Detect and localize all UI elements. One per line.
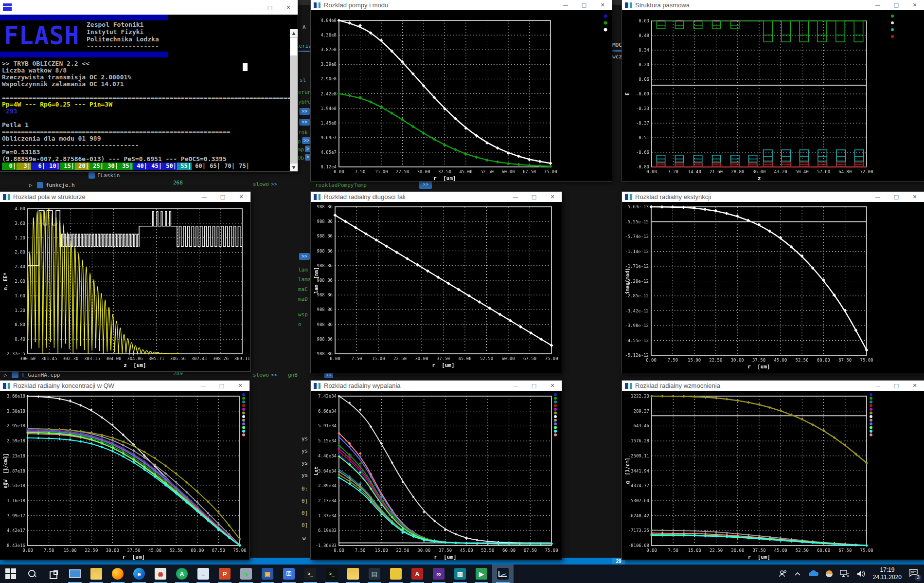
maximize-button[interactable]: □ — [525, 381, 543, 391]
scroll-up-arrow[interactable]: ▲ — [290, 29, 298, 37]
taskbar-icon-android-studio[interactable]: A — [171, 565, 193, 583]
scroll-down-arrow[interactable]: ▼ — [290, 164, 298, 171]
console-scrollbar[interactable]: ▲ ▼ — [290, 29, 298, 171]
close-button[interactable]: ✕ — [906, 192, 924, 202]
close-button[interactable]: ✕ — [593, 0, 612, 10]
taskbar-icon-yellow-app[interactable] — [385, 565, 407, 583]
minimize-button[interactable]: — — [869, 0, 887, 10]
minimize-button[interactable]: — — [194, 381, 213, 391]
pump-mode-window[interactable]: Rozklad pompy i modu—□✕ — [311, 0, 612, 181]
taskbar-icon-powerpoint[interactable]: P — [214, 565, 235, 583]
wavelength-window[interactable]: Rozklad radialny dlugosci fali—□✕ — [311, 192, 562, 373]
window-icon — [625, 383, 632, 389]
close-button[interactable]: ✕ — [906, 0, 924, 10]
taskbar-icon-flash-gui[interactable] — [492, 565, 514, 583]
taskbar-icon-acrobat[interactable]: A — [407, 565, 428, 583]
window-title-bar[interactable]: Rozklad pola w strukturze—□✕ — [0, 192, 250, 202]
taskbar-icon-notepad[interactable]: ≡ — [193, 565, 214, 583]
maximize-button[interactable]: □ — [525, 192, 543, 202]
taskbar-icon-folder[interactable] — [342, 565, 364, 583]
taskbar-icon-chart-app[interactable]: ▥ — [449, 565, 471, 583]
maximize-button[interactable]: □ — [261, 0, 279, 15]
field-structure-window[interactable]: Rozklad pola w strukturze—□✕ — [0, 192, 250, 371]
taskbar-icon-search[interactable] — [21, 565, 43, 583]
progress-segment: 25| — [89, 163, 104, 170]
editor-chip: >> — [419, 181, 432, 189]
maximize-button[interactable]: □ — [887, 192, 906, 202]
window-title-bar[interactable]: Rozklad radialny koncentracji w QW—□✕ — [0, 381, 249, 391]
taskbar-icon-terminal[interactable]: >_ — [300, 565, 321, 583]
editor-text-fragment: sl — [300, 77, 306, 83]
taskbar-icon-resource-monitor[interactable]: ∿ — [235, 565, 257, 583]
chart-canvas-wzmocnienia — [622, 391, 924, 560]
hole-burning-window[interactable]: Rozklad radialny wypalania—□✕ — [311, 381, 562, 560]
editor-text-fragment: 268 — [173, 180, 183, 186]
notification-icon[interactable]: 3 — [908, 568, 918, 579]
window-title: Rozklad radialny wypalania — [324, 382, 401, 389]
minimize-button[interactable]: — — [506, 381, 525, 391]
window-title-bar[interactable]: Rozklad radialny wzmocnienia—□✕ — [622, 381, 924, 391]
window-title-bar[interactable]: Rozklad radialny dlugosci fali—□✕ — [311, 192, 562, 202]
minimize-button[interactable]: — — [242, 0, 261, 15]
window-icon — [3, 383, 10, 389]
close-button[interactable]: ✕ — [906, 381, 924, 391]
console-banner: FLASH Zespol Fotoniki Instytut Fizyki Po… — [0, 15, 168, 57]
gain-window[interactable]: Rozklad radialny wzmocnienia—□✕ — [622, 381, 924, 560]
minimize-button[interactable]: — — [869, 381, 887, 391]
taskbar-icon-start[interactable] — [0, 565, 21, 583]
minimize-button[interactable]: — — [506, 192, 525, 202]
taskbar-icon-green-app[interactable]: ▶ — [471, 565, 492, 583]
tray-icon-weather[interactable] — [825, 570, 833, 578]
tray-icon-display-net[interactable] — [840, 570, 850, 578]
maximize-button[interactable]: □ — [213, 381, 231, 391]
close-button[interactable]: ✕ — [279, 0, 298, 15]
close-button[interactable]: ✕ — [232, 192, 250, 202]
close-button[interactable]: ✕ — [543, 381, 562, 391]
minimize-button[interactable]: — — [869, 192, 887, 202]
taskbar-icon-visual-studio[interactable]: ∞ — [428, 565, 449, 583]
close-button[interactable]: ✕ — [543, 192, 562, 202]
flash-console-window[interactable]: — □ ✕ FLASH Zespol Fotoniki Instytut Fiz… — [0, 0, 298, 171]
maximize-button[interactable]: □ — [887, 0, 906, 10]
tray-icon-people[interactable] — [779, 570, 787, 578]
progress-segment: 50| — [162, 163, 177, 170]
maximize-button[interactable]: □ — [887, 381, 906, 391]
taskbar-icon-codeblocks[interactable]: ▤ — [364, 565, 385, 583]
tray-icon-speaker[interactable] — [856, 570, 866, 578]
console-output: >> TRYB OBLICZEN 2.2 <<Liczba watkow 8/8… — [2, 60, 288, 163]
window-title-bar[interactable]: Rozklad pompy i modu—□✕ — [311, 0, 612, 10]
console-window-icon — [3, 3, 12, 11]
taskbar-clock[interactable]: 17:1924.11.2020 — [873, 566, 902, 581]
extinction-window[interactable]: Rozklad radialny ekstynkcji—□✕ — [622, 192, 924, 373]
maximize-button[interactable]: □ — [575, 0, 593, 10]
taskbar-icon-edge[interactable]: e — [128, 565, 150, 583]
editor-text-fragment: ybPo — [298, 99, 311, 105]
window-title-bar[interactable]: Rozklad radialny ekstynkcji—□✕ — [622, 192, 924, 202]
editor-text-fragment: lam — [298, 267, 308, 273]
banner-bar-top — [0, 15, 168, 20]
maximize-button[interactable]: □ — [213, 192, 232, 202]
tray-icon-chevron-up[interactable] — [794, 571, 801, 576]
console-title-bar[interactable]: — □ ✕ — [0, 0, 298, 15]
band-structure-window[interactable]: Struktura pasmowa—□✕ — [622, 0, 924, 181]
editor-chip: >> — [299, 119, 310, 126]
minimize-button[interactable]: — — [195, 192, 213, 202]
taskbar-icon-origin[interactable]: ◉ — [150, 565, 171, 583]
taskbar-icon-terminal2[interactable]: >_ — [321, 565, 342, 583]
window-title-bar[interactable]: Struktura pasmowa—□✕ — [622, 0, 924, 10]
scrollbar-thumb[interactable] — [290, 38, 297, 55]
taskbar-icon-keepass[interactable]: ⚿ — [278, 565, 300, 583]
taskbar-icon-firefox[interactable] — [107, 565, 128, 583]
tray-icon-onedrive[interactable] — [808, 570, 818, 577]
editor-text-fragment: ys — [302, 460, 308, 466]
taskbar-icon-task-view[interactable] — [43, 565, 64, 583]
window-title-bar[interactable]: Rozklad radialny wypalania—□✕ — [311, 381, 562, 391]
minimize-button[interactable]: — — [556, 0, 575, 10]
close-button[interactable]: ✕ — [231, 381, 249, 391]
taskbar-icon-pc[interactable] — [64, 565, 86, 583]
qw-concentration-window[interactable]: Rozklad radialny koncentracji w QW—□✕ — [0, 381, 249, 560]
progress-segment: 20| — [75, 163, 89, 170]
windows-taskbar[interactable]: e◉A≡P∿▣⚿>_>_▤A∞▥▶ 17:1924.11.2020 3 — [0, 565, 924, 583]
taskbar-icon-explorer[interactable] — [86, 565, 107, 583]
taskbar-icon-flash-tool[interactable]: ▣ — [257, 565, 278, 583]
